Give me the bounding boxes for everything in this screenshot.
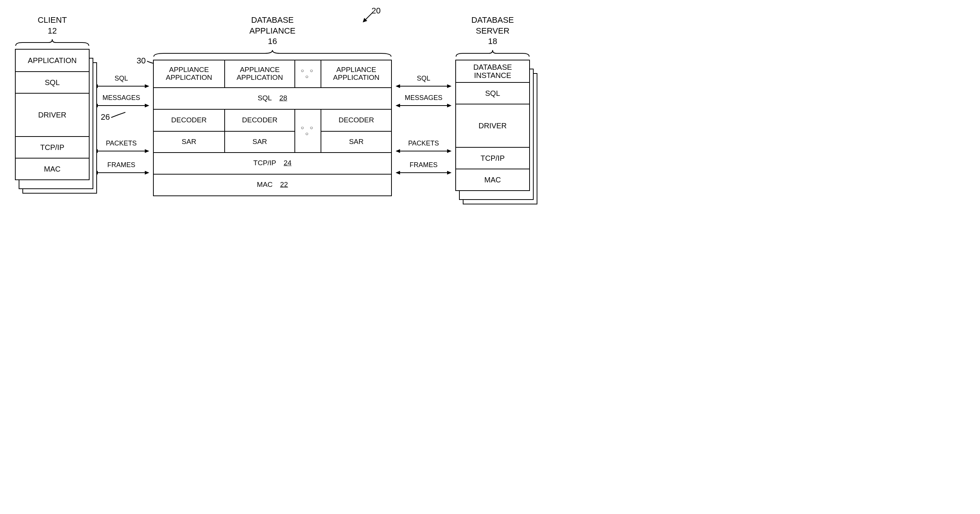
appliance-driver-2: DECODER SAR (224, 109, 295, 152)
refnum-28: 28 (279, 94, 287, 102)
link-packets-right-label: PACKETS (408, 140, 439, 148)
appliance-title-text: DATABASE APPLIANCE (249, 15, 296, 35)
appliance-title: DATABASE APPLIANCE 16 (153, 15, 392, 49)
double-arrow-icon (93, 83, 149, 89)
client-layer-driver: DRIVER (16, 93, 89, 136)
server-column: DATABASE SERVER 18 DATABASE INSTANCE SQL… (455, 15, 530, 191)
appliance-column: 20 DATABASE APPLIANCE 16 30 APPLIAN (153, 15, 392, 196)
decoder-label: DECODER (154, 109, 224, 131)
server-brace (455, 49, 530, 57)
server-num: 18 (488, 36, 497, 46)
refnum-30: 30 (137, 56, 146, 66)
client-brace (15, 38, 89, 47)
decoder-label: DECODER (321, 109, 391, 131)
client-layer-sql: SQL (16, 71, 89, 93)
client-layer-tcpip: TCP/IP (16, 136, 89, 158)
refnum-26: 26 (101, 112, 110, 122)
refnum-20: 20 (361, 6, 369, 16)
svg-marker-11 (145, 171, 149, 175)
svg-marker-19 (447, 104, 452, 108)
svg-marker-22 (447, 149, 452, 153)
link-packets-right: PACKETS (392, 136, 455, 157)
client-layer-mac: MAC (16, 158, 89, 179)
server-layer-tcpip: TCP/IP (456, 147, 529, 168)
server-stack: DATABASE INSTANCE SQL DRIVER TCP/IP MAC (455, 60, 530, 191)
appliance-driver-n: DECODER SAR (321, 109, 391, 152)
client-stack: APPLICATION SQL DRIVER TCP/IP MAC (15, 49, 89, 180)
client-title: CLIENT 12 (15, 15, 89, 38)
double-arrow-icon (93, 103, 149, 109)
double-arrow-icon (396, 170, 452, 176)
link-sql-right: SQL (392, 71, 455, 92)
link-messages-left: MESSAGES 26 (89, 92, 153, 136)
svg-marker-8 (145, 149, 149, 153)
left-link-column: SQL MESSAGES 26 PACKETS (89, 15, 153, 179)
link-frames-left-label: FRAMES (107, 161, 135, 169)
refnum-24: 24 (284, 159, 291, 167)
client-num: 12 (48, 26, 57, 35)
appliance-app-n: APPLIANCE APPLICATION (321, 60, 391, 87)
client-column: CLIENT 12 APPLICATION SQL DRIVER TCP/IP … (15, 15, 89, 180)
refnum-22: 22 (280, 181, 288, 189)
link-messages-left-label: MESSAGES (102, 94, 140, 102)
appliance-sql: SQL 28 (154, 88, 391, 109)
client-title-text: CLIENT (38, 15, 67, 25)
right-link-column: SQL MESSAGES PACKETS FRAMES (392, 15, 455, 179)
link-sql-left: SQL (89, 71, 153, 92)
link-sql-right-label: SQL (417, 75, 430, 82)
double-arrow-icon (396, 103, 452, 109)
link-frames-left: FRAMES (89, 157, 153, 179)
link-packets-left: PACKETS (89, 136, 153, 157)
appliance-sql-row: SQL 28 (154, 87, 391, 109)
appliance-num: 16 (268, 36, 277, 46)
server-layer-driver: DRIVER (456, 104, 529, 147)
appliance-tcpip-row: TCP/IP 24 (154, 152, 391, 174)
decoder-label: DECODER (225, 109, 295, 131)
link-messages-right-label: MESSAGES (404, 94, 442, 102)
appliance-brace (153, 49, 392, 57)
double-arrow-icon (93, 148, 149, 154)
server-title: DATABASE SERVER 18 (455, 15, 530, 49)
link-packets-left-label: PACKETS (106, 140, 137, 148)
double-arrow-icon (396, 148, 452, 154)
link-messages-right: MESSAGES (392, 92, 455, 136)
svg-marker-5 (145, 104, 149, 108)
server-box: DATABASE INSTANCE SQL DRIVER TCP/IP MAC (455, 60, 530, 191)
svg-marker-18 (396, 104, 400, 108)
link-sql-left-label: SQL (115, 75, 128, 82)
double-arrow-icon (93, 170, 149, 176)
ellipsis-icon: ○ ○ ○ (294, 109, 321, 152)
server-title-text: DATABASE SERVER (471, 15, 514, 35)
double-arrow-icon (396, 83, 452, 89)
client-layer-application: APPLICATION (16, 49, 89, 71)
sar-label: SAR (225, 131, 295, 152)
appliance-mac-row: MAC 22 (154, 174, 391, 195)
link-frames-right: FRAMES (392, 157, 455, 179)
svg-marker-2 (145, 84, 149, 88)
system-diagram: CLIENT 12 APPLICATION SQL DRIVER TCP/IP … (15, 15, 965, 196)
appliance-apps-row: APPLIANCE APPLICATION APPLIANCE APPLICAT… (154, 60, 391, 87)
appliance-app-2: APPLIANCE APPLICATION (224, 60, 295, 87)
appliance-app-1: APPLIANCE APPLICATION (154, 60, 224, 87)
appliance-mac: MAC 22 (154, 175, 391, 195)
ellipsis-icon: ○ ○ ○ (294, 60, 321, 87)
client-box: APPLICATION SQL DRIVER TCP/IP MAC (15, 49, 89, 180)
appliance-driver-row: DECODER SAR DECODER SAR ○ ○ ○ DECODER SA… (154, 109, 391, 152)
server-layer-instance: DATABASE INSTANCE (456, 60, 529, 82)
svg-marker-16 (447, 84, 452, 88)
svg-marker-24 (396, 171, 400, 175)
sar-label: SAR (321, 131, 391, 152)
server-layer-mac: MAC (456, 168, 529, 190)
svg-marker-15 (396, 84, 400, 88)
link-frames-right-label: FRAMES (409, 161, 438, 169)
appliance-box: APPLIANCE APPLICATION APPLIANCE APPLICAT… (153, 60, 392, 196)
appliance-tcpip: TCP/IP 24 (154, 153, 391, 174)
sar-label: SAR (154, 131, 224, 152)
server-layer-sql: SQL (456, 82, 529, 104)
appliance-driver-1: DECODER SAR (154, 109, 224, 152)
svg-marker-21 (396, 149, 400, 153)
svg-marker-25 (447, 171, 452, 175)
